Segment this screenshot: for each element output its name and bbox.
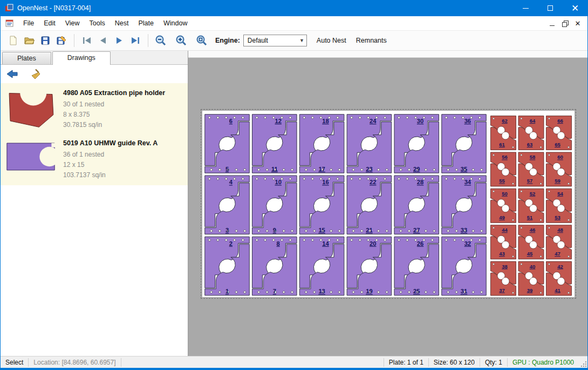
resize-grip-icon[interactable]: [580, 358, 587, 367]
part-cutout: [557, 205, 565, 212]
drill-hole: [359, 178, 361, 180]
maximize-button[interactable]: [538, 0, 563, 16]
clear-drawings-button[interactable]: [28, 67, 43, 81]
drill-hole: [398, 239, 400, 241]
menu-item-file[interactable]: File: [18, 17, 39, 30]
minimize-button[interactable]: [513, 0, 538, 16]
zoom-in-button[interactable]: [173, 32, 189, 49]
drawing-area: 30.7815 sq/in: [63, 120, 165, 130]
part-number-label: 23: [366, 166, 372, 172]
zoom-fit-button[interactable]: [194, 32, 210, 49]
menu-item-tools[interactable]: Tools: [85, 17, 110, 30]
save-button[interactable]: [37, 32, 53, 49]
drill-hole: [445, 117, 447, 119]
drill-hole: [272, 178, 275, 180]
drill-hole: [433, 230, 435, 232]
last-plate-button[interactable]: [127, 32, 143, 49]
drill-hole: [337, 117, 339, 119]
drill-hole: [235, 291, 237, 293]
part-number-label: 51: [527, 214, 533, 220]
drawing-list-item[interactable]: 5019 A10 UHMW guide Rev. A 36 of 1 neste…: [1, 134, 188, 185]
status-qty: Qty: 1: [480, 359, 507, 366]
menu-item-edit[interactable]: Edit: [39, 17, 60, 30]
first-plate-button[interactable]: [79, 32, 95, 49]
part-number-label: 53: [555, 214, 560, 220]
menu-item-plate[interactable]: Plate: [133, 17, 159, 30]
part-number-label: 45: [527, 251, 533, 257]
menu-item-window[interactable]: Window: [159, 17, 192, 30]
drill-hole: [313, 230, 316, 232]
drill-hole: [493, 154, 495, 156]
drill-hole: [481, 291, 483, 293]
open-button[interactable]: [21, 32, 37, 49]
drill-hole: [512, 292, 514, 294]
drill-hole: [549, 264, 550, 265]
menu-bar: File Edit View Tools Nest Plate Window ✕: [1, 16, 587, 31]
child-restore-button[interactable]: [558, 18, 571, 29]
drill-hole: [266, 291, 268, 293]
drill-hole: [337, 178, 339, 180]
part-number-label: 6: [229, 118, 233, 124]
drill-hole: [549, 154, 550, 156]
part-number-label: 63: [527, 142, 533, 147]
save-as-button[interactable]: [53, 32, 70, 49]
remnants-button[interactable]: Remnants: [356, 37, 387, 44]
drill-hole: [386, 169, 388, 171]
tab-drawings[interactable]: Drawings: [52, 51, 111, 65]
engine-select[interactable]: Default ▼: [243, 35, 307, 46]
drill-hole: [351, 117, 353, 119]
part-cutout: [502, 132, 509, 139]
drill-hole: [320, 178, 322, 180]
drill-hole: [217, 178, 219, 180]
part-cutout: [557, 278, 565, 285]
drill-hole: [408, 169, 410, 171]
drill-hole: [540, 219, 542, 221]
drill-hole: [454, 239, 456, 241]
drill-hole: [493, 227, 495, 228]
drill-hole: [244, 291, 246, 293]
drill-hole: [549, 118, 550, 119]
import-drawing-button[interactable]: [5, 67, 20, 81]
close-button[interactable]: ✕: [563, 0, 587, 16]
main-toolbar: Engine: Default ▼ Auto Nest Remnants: [1, 31, 587, 51]
plate[interactable]: 6512111817242330293635431091615222128273…: [202, 111, 575, 297]
drill-hole: [244, 169, 246, 171]
drill-hole: [359, 239, 361, 241]
child-minimize-button[interactable]: [545, 18, 558, 29]
drill-hole: [478, 239, 481, 241]
drill-hole: [521, 191, 522, 192]
part-number-label: 64: [530, 118, 536, 124]
plate-svg: 6512111817242330293635431091615222128273…: [202, 111, 575, 297]
zoom-out-button[interactable]: [153, 32, 169, 49]
tab-plates[interactable]: Plates: [2, 52, 51, 64]
menu-item-nest[interactable]: Nest: [110, 17, 134, 30]
drill-hole: [359, 117, 361, 119]
part-number-label: 33: [461, 227, 467, 233]
part-number-label: 65: [555, 142, 560, 147]
drill-hole: [433, 169, 435, 171]
menu-item-view[interactable]: View: [60, 17, 85, 30]
drill-hole: [425, 291, 427, 293]
part-number-label: 22: [370, 179, 376, 185]
part-number-label: 24: [370, 118, 377, 124]
drill-hole: [330, 230, 332, 232]
drill-hole: [235, 230, 237, 232]
child-close-button[interactable]: ✕: [571, 18, 584, 29]
new-button[interactable]: [5, 32, 21, 49]
drill-hole: [454, 117, 456, 119]
drawing-list-item[interactable]: 4980 A05 Extraction pipe holder 30 of 1 …: [1, 84, 188, 134]
drill-hole: [512, 255, 514, 257]
auto-nest-button[interactable]: Auto Nest: [317, 37, 346, 44]
status-plate: Plate: 1 of 1: [384, 359, 428, 366]
drill-hole: [481, 169, 483, 171]
nest-canvas[interactable]: 6512111817242330293635431091615222128273…: [188, 51, 587, 356]
drill-hole: [378, 291, 380, 293]
next-plate-button[interactable]: [111, 32, 127, 49]
part-number-label: 4: [229, 179, 233, 185]
drill-hole: [512, 183, 514, 184]
drill-hole: [455, 169, 457, 171]
part-number-label: 56: [502, 154, 508, 160]
drill-hole: [208, 117, 210, 119]
previous-plate-button[interactable]: [95, 32, 111, 49]
drill-hole: [256, 117, 258, 119]
